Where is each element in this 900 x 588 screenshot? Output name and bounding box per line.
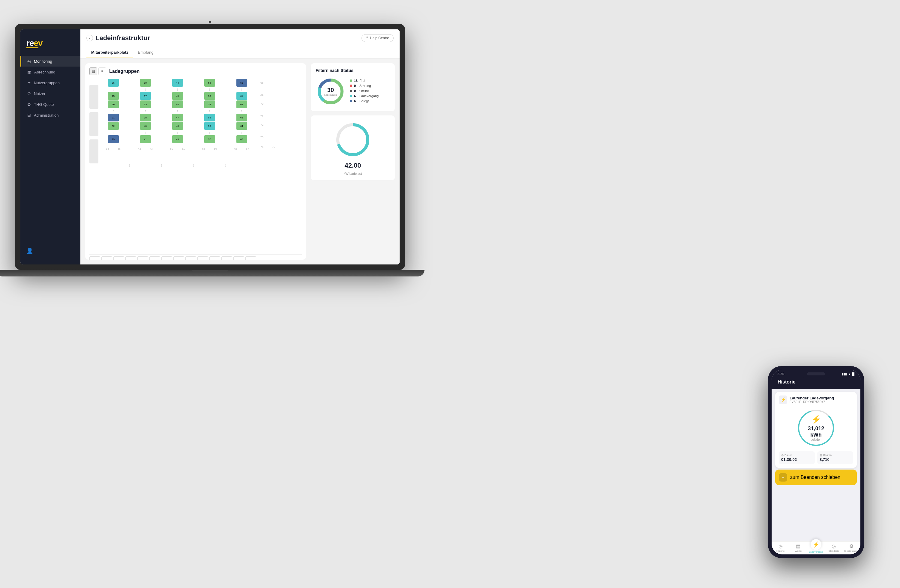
energy-circle: ⚡ 31,012 kWh geladen [795,407,837,449]
charging-details: ◷ Dauer 01:30:02 ▤ Kosten 8,71€ [779,451,853,464]
phone-status-right: ▮▮▮ ▲ █ [841,372,854,376]
phone-nav-label: Historie [776,549,785,552]
donut-label: Ladepunkte [324,94,337,96]
stop-arrow-icon: → [779,473,787,481]
sidebar-user-icon[interactable]: 👤 [20,243,81,258]
stop-charging-button[interactable]: → zum Beenden schieben [775,470,857,485]
tab-empfang[interactable]: Empfang [133,47,158,58]
spot-number: 35 [114,145,124,153]
parking-spot: 63 [236,114,247,121]
list-view-button[interactable]: ≡ [98,68,106,75]
sidebar-item-thg[interactable]: ✿ THG Quote [20,99,81,110]
bottom-spot: 21 [174,256,184,260]
row-label: 68 [256,79,267,87]
legend-item-ladevorgang: 6 Ladevorgang [350,94,390,98]
parking-spot: 54 [204,101,215,108]
legend-dot-ladevorgang [350,95,352,97]
phone-nav-label: Einstellungen [844,549,859,552]
col-arrow: ↕ [128,79,130,252]
charging-card-titles: Laufender Ladevorgang EVSE ID: DE*ONE*53… [790,396,834,404]
charging-card-icon: ⚡ [779,396,787,404]
parking-spot: 26 [108,101,119,108]
status-card: Filtern nach Status [311,63,395,111]
parking-section: ▦ ≡ Ladegruppen [85,63,306,260]
sidebar-item-monitoring[interactable]: ◎ Monitoring [20,56,81,67]
title-row: ‹ Ladeinfrastruktur [86,34,150,42]
row-label: 73 [256,133,267,141]
smartphone: 3:35 ▮▮▮ ▲ █ Historie ⚡ Laufende [768,366,864,558]
page-title: Ladeinfrastruktur [95,34,150,42]
bottom-spot: 20 [161,256,172,260]
arrow-down: ↓ [241,87,243,91]
duration-value: 01:30:02 [781,457,812,462]
sidebar-item-abrechnung[interactable]: ▦ Abrechnung [20,67,81,77]
spot-number: 51 [178,145,189,153]
phone-nav-standorte[interactable]: ◎ Standorte [825,543,843,553]
spot-number: 34 [102,145,113,153]
phone-screen: 3:35 ▮▮▮ ▲ █ Historie ⚡ Laufende [771,370,860,554]
phone-nav-wallet[interactable]: ▤ Wallet [789,543,807,553]
parking-spot: 29 [108,135,119,143]
phone-nav-historie[interactable]: ◷ Historie [771,543,789,553]
standorte-icon: ◎ [832,543,836,549]
phone-content: ⚡ Laufender Ladevorgang EVSE ID: DE*ONE*… [771,389,860,541]
empty-block [89,139,98,163]
parking-spot: 60 [236,79,247,87]
duration-detail: ◷ Dauer 01:30:02 [779,451,815,464]
parking-spot: 41 [140,135,151,143]
bottom-spot: 25 [221,256,232,260]
phone-header-title: Historie [777,379,796,384]
phone-bottom-nav: ◷ Historie ▤ Wallet ⚡ Ladevorgang ◎ Stan… [771,541,860,554]
col-group-2: 30 ↓ 37 35 ↑ 38 40 ↑ 41 42 [134,79,157,252]
active-nav-dot: ⚡ [811,539,821,550]
help-button[interactable]: ? Help Centre [362,34,394,42]
charging-card-header: ⚡ Laufender Ladevorgang EVSE ID: DE*ONE*… [779,396,853,404]
parking-spot: 37 [140,92,151,100]
phone-nav-ladevorgang[interactable]: ⚡ Ladevorgang [807,543,825,553]
phone-notch [801,370,831,378]
power-gauge [333,120,372,159]
nutzergruppen-icon: ✦ [27,80,31,85]
main-content: ‹ Ladeinfrastruktur ? Help Centre Mitarb… [81,29,400,265]
arrow-down: ↓ [144,87,146,91]
legend-dot-frei [350,79,352,82]
row-label: 71 [256,113,267,120]
arrow-down: ↓ [177,87,178,91]
arrow-up: ↑ [241,109,243,113]
spot-number: 59 [210,145,221,153]
spot-number: 42 [134,145,145,153]
settings-icon: ⚙ [849,543,853,549]
bottom-spot: 26 [233,256,244,260]
nutzer-icon: ⊙ [27,91,31,96]
tab-mitarbeiterparkplatz[interactable]: Mitarbeiterparkplatz [86,47,133,58]
bottom-nums: 34 35 [102,145,124,153]
parking-spot: 44 [172,79,183,87]
bottom-nums: 66 67 [230,145,253,153]
receipt-icon: ▤ [819,454,822,456]
grid-view-button[interactable]: ▦ [89,68,97,75]
sidebar-item-nutzergruppen[interactable]: ✦ Nutzergruppen [20,77,81,88]
sidebar-item-admin[interactable]: ⊞ Administration [20,110,81,121]
sidebar-item-label: Nutzer [34,91,45,96]
logo: reev [20,36,81,56]
parking-spot: 45 [172,92,183,100]
sidebar-nav: ◎ Monitoring ▦ Abrechnung ✦ Nutzergruppe… [20,56,81,243]
duration-label: ◷ Dauer [781,454,812,456]
spot-number: 66 [230,145,241,153]
admin-icon: ⊞ [27,113,31,118]
arrow-up: ↑ [177,130,178,135]
parking-spot: 47 [172,114,183,121]
laptop-camera [209,21,211,23]
bottom-nums: 58 59 [198,145,221,153]
parking-left-empty [89,79,98,252]
right-panel: Filtern nach Status [311,63,395,260]
charging-card: ⚡ Laufender Ladevorgang EVSE ID: DE*ONE*… [775,392,857,468]
phone-nav-label: Standorte [829,549,839,552]
parking-spot: 26 [108,79,119,87]
sidebar: reev ◎ Monitoring ▦ Abrechnung ✦ Nutzerg… [20,29,81,265]
back-button[interactable]: ‹ [86,35,93,41]
battery-icon: █ [852,372,854,376]
sidebar-item-nutzer[interactable]: ⊙ Nutzer [20,88,81,99]
phone-nav-einstellungen[interactable]: ⚙ Einstellungen [843,543,860,553]
parking-spot: 49 [172,135,183,143]
